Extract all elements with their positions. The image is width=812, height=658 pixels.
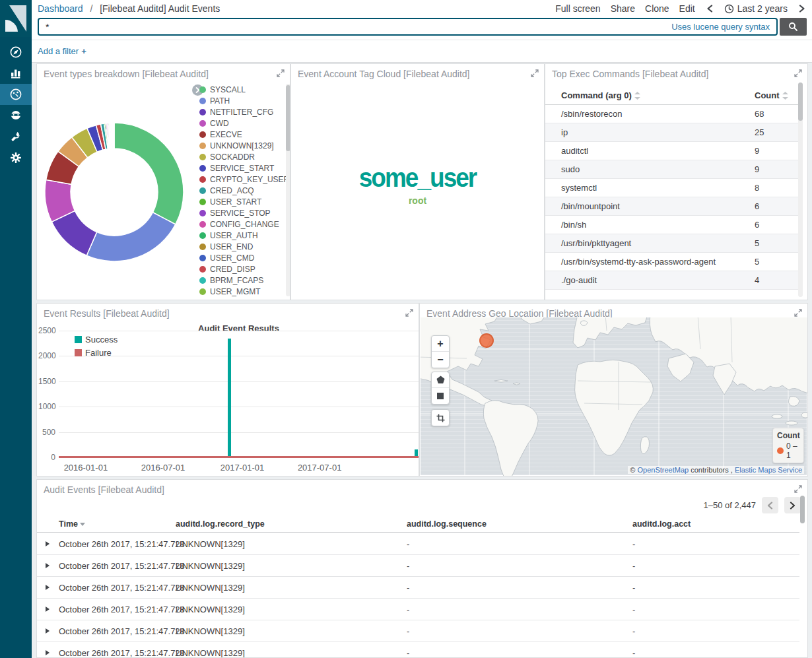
column-header-time[interactable]: Time: [59, 519, 85, 529]
legend-item-execve[interactable]: EXECVE: [199, 129, 281, 140]
table-row: October 26th 2017, 15:21:47.728UNKNOWN[1…: [37, 577, 799, 599]
expand-panel-icon[interactable]: [794, 309, 802, 317]
table-row[interactable]: /bin/sh6: [545, 216, 798, 234]
legend-item-service_start[interactable]: SERVICE_START: [199, 162, 281, 174]
legend-item-path[interactable]: PATH: [199, 95, 281, 106]
audit-scrollbar-thumb[interactable]: [800, 496, 805, 523]
legend-item-crypto_session[interactable]: CRYPTO_SESSION: [199, 297, 281, 300]
legend-label: SERVICE_START: [210, 164, 274, 173]
table-row[interactable]: /bin/mountpoint6: [545, 197, 798, 216]
previous-page-button[interactable]: [762, 497, 778, 513]
zoom-in-button[interactable]: +: [432, 336, 449, 352]
openstreetmap-link[interactable]: OpenStreetMap: [638, 466, 689, 474]
crop-icon-button[interactable]: [432, 410, 449, 426]
expand-panel-icon[interactable]: [277, 69, 285, 77]
next-page-button[interactable]: [784, 497, 801, 513]
table-row[interactable]: systemctl8: [545, 179, 798, 197]
edit-button[interactable]: Edit: [679, 3, 695, 14]
table-row[interactable]: /sbin/restorecon68: [545, 105, 798, 123]
table-row[interactable]: ./go-audit4: [545, 271, 798, 290]
clone-button[interactable]: Clone: [645, 3, 669, 14]
table-scrollbar-thumb[interactable]: [798, 82, 803, 121]
expand-panel-icon[interactable]: [794, 485, 802, 493]
sidebar-item-timelion[interactable]: [0, 105, 32, 126]
sidebar-item-discover[interactable]: [0, 42, 32, 63]
kibana-logo[interactable]: [0, 0, 32, 37]
tag-cloud-word-root[interactable]: root: [291, 195, 544, 206]
legend-item-user_cmd[interactable]: USER_CMD: [199, 252, 281, 263]
legend-title: Count: [777, 431, 799, 440]
donut-slice-path[interactable]: [86, 213, 176, 261]
time-picker-button[interactable]: Last 2 years: [724, 3, 788, 14]
table-row[interactable]: ip25: [545, 123, 798, 142]
table-scrollbar[interactable]: [798, 82, 803, 297]
legend-item-service_stop[interactable]: SERVICE_STOP: [199, 207, 281, 218]
timelion-face-icon: [9, 109, 22, 122]
sidebar-item-dashboard[interactable]: [0, 84, 32, 105]
legend-scrollbar-thumb[interactable]: [286, 85, 290, 151]
legend-item-failure[interactable]: Failure: [75, 346, 118, 359]
failure-series-line[interactable]: [59, 456, 419, 458]
table-row[interactable]: auditctl9: [545, 142, 798, 160]
expand-row-caret-icon[interactable]: [46, 607, 50, 612]
column-header-record-type[interactable]: auditd.log.record_type: [176, 519, 265, 529]
column-header-count[interactable]: Count: [755, 90, 788, 100]
sidebar-item-visualize[interactable]: [0, 63, 32, 84]
time-back-button[interactable]: [705, 5, 714, 13]
legend-item-bprm_fcaps[interactable]: BPRM_FCAPS: [199, 275, 281, 286]
success-bar[interactable]: [228, 339, 231, 457]
expand-row-caret-icon[interactable]: [46, 563, 50, 568]
share-button[interactable]: Share: [611, 3, 635, 14]
column-header-acct[interactable]: auditd.log.acct: [632, 519, 691, 529]
breadcrumb-dashboard-link[interactable]: Dashboard: [38, 3, 83, 14]
table-row[interactable]: /usr/bin/pkttyagent5: [545, 234, 798, 253]
column-header-sequence[interactable]: auditd.log.sequence: [407, 519, 487, 529]
legend-item-cred_acq[interactable]: CRED_ACQ: [199, 185, 281, 196]
expand-row-caret-icon[interactable]: [46, 650, 50, 655]
column-header-command[interactable]: Command (arg 0): [561, 90, 640, 100]
legend-item-unknown[1329][interactable]: UNKNOWN[1329]: [199, 140, 281, 151]
world-map[interactable]: + − Count: [421, 317, 807, 475]
elastic-maps-service-link[interactable]: Elastic Maps Service: [735, 466, 802, 474]
table-row[interactable]: /usr/bin/systemd-tty-ask-password-agent5: [545, 253, 798, 271]
legend-item-crypto_key_user[interactable]: CRYPTO_KEY_USER: [199, 174, 281, 185]
legend-label: USER_AUTH: [210, 231, 258, 240]
legend-range: 0 – 1: [786, 442, 799, 460]
legend-item-sockaddr[interactable]: SOCKADDR: [199, 151, 281, 162]
donut-slice-syscall[interactable]: [114, 123, 184, 224]
draw-rectangle-button[interactable]: [432, 388, 449, 404]
draw-polygon-button[interactable]: [432, 372, 449, 388]
expand-panel-icon[interactable]: [531, 69, 539, 77]
expand-row-caret-icon[interactable]: [46, 541, 50, 546]
search-input[interactable]: * Uses lucene query syntax: [38, 18, 778, 36]
expand-row-caret-icon[interactable]: [46, 628, 50, 634]
donut-slice-crypto_session[interactable]: [114, 123, 114, 148]
expand-panel-icon[interactable]: [405, 309, 413, 317]
audit-scrollbar[interactable]: [800, 496, 805, 656]
legend-scrollbar[interactable]: [286, 84, 290, 296]
time-forward-button[interactable]: [797, 5, 807, 13]
legend-item-cwd[interactable]: CWD: [199, 117, 281, 129]
add-filter-button[interactable]: Add a filter+: [38, 46, 86, 56]
legend-item-success[interactable]: Success: [75, 333, 118, 346]
legend-item-netfilter_cfg[interactable]: NETFILTER_CFG: [199, 106, 281, 117]
expand-panel-icon[interactable]: [794, 69, 802, 77]
legend-item-cred_disp[interactable]: CRED_DISP: [199, 263, 281, 275]
legend-item-syscall[interactable]: SYSCALL: [199, 84, 281, 95]
expand-row-caret-icon[interactable]: [46, 585, 50, 590]
sidebar-item-management[interactable]: [0, 147, 32, 168]
legend-item-user_end[interactable]: USER_END: [199, 241, 281, 252]
sidebar-item-dev-tools[interactable]: [0, 126, 32, 147]
panel-title: Event Results [Filebeat Auditd]: [44, 308, 170, 319]
full-screen-button[interactable]: Full screen: [555, 3, 600, 14]
search-button[interactable]: [780, 18, 807, 36]
lucene-syntax-link[interactable]: Uses lucene query syntax: [671, 22, 770, 32]
legend-item-user_start[interactable]: USER_START: [199, 196, 281, 207]
legend-item-user_auth[interactable]: USER_AUTH: [199, 230, 281, 241]
legend-item-user_mgmt[interactable]: USER_MGMT: [199, 286, 281, 297]
legend-item-config_change[interactable]: CONFIG_CHANGE: [199, 218, 281, 230]
tag-cloud-word-some-user[interactable]: some_user: [291, 163, 544, 193]
table-row[interactable]: sudo9: [545, 160, 798, 179]
chevron-right-icon: [799, 5, 805, 13]
zoom-out-button[interactable]: −: [432, 352, 449, 368]
